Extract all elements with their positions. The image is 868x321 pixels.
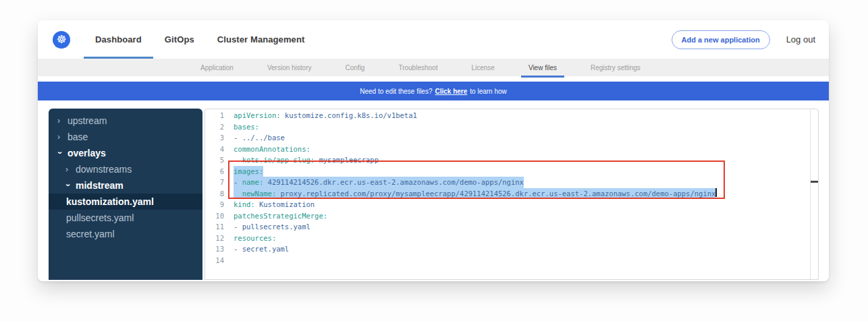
line-text: - pullsecrets.yaml [234, 221, 310, 233]
yaml-value: - [234, 178, 242, 186]
code-line: 12resources: [205, 233, 818, 244]
selected-text: images: [234, 166, 263, 177]
tab-registry-settings[interactable]: Registry settings [574, 59, 657, 76]
yaml-value: proxy.replicated.com/proxy/mysampleecrap… [276, 189, 715, 198]
banner-text-after: to learn how [470, 88, 506, 95]
line-number: 12 [205, 233, 224, 244]
line-number: 10 [205, 210, 224, 222]
yaml-value [234, 156, 242, 164]
tab-license[interactable]: License [454, 59, 511, 76]
folder-midstream[interactable]: ›midstream [49, 177, 202, 194]
line-number: 1 [205, 110, 224, 121]
yaml-key: bases: [234, 123, 259, 131]
banner-text-before: Need to edit these files? [360, 88, 432, 95]
line-number: 3 [205, 132, 224, 144]
line-number: 8 [205, 188, 224, 200]
chevron-down-icon: › [64, 183, 72, 188]
code-line: 1apiVersion: kustomize.config.k8s.io/v1b… [205, 110, 818, 121]
yaml-value: kustomize.config.k8s.io/v1beta1 [281, 111, 417, 119]
scrollbar-thumb[interactable] [811, 181, 818, 183]
line-text: kind: Kustomization [234, 199, 315, 210]
yaml-key: name: [242, 178, 264, 186]
main-nav: Dashboard GitOps Cluster Management [84, 20, 316, 59]
selected-text: - name: 429114214526.dkr.ecr.us-east-2.a… [234, 177, 524, 188]
subnav-gap [38, 76, 829, 82]
tree-item-label: upstream [67, 115, 107, 126]
code-line: 11- pullsecrets.yaml [205, 221, 818, 233]
nav-tab-cluster-management[interactable]: Cluster Management [206, 20, 317, 59]
navbar-actions: Add a new application Log out [672, 30, 816, 49]
nav-tab-gitops[interactable]: GitOps [153, 20, 206, 59]
nav-tab-dashboard[interactable]: Dashboard [84, 20, 153, 59]
chevron-right-icon: › [57, 117, 62, 125]
tree-item-label: midstream [76, 180, 124, 191]
line-number: 4 [205, 144, 224, 155]
code-line: 6images: [205, 166, 818, 177]
admin-console-window: ☸ Dashboard GitOps Cluster Management Ad… [38, 20, 829, 281]
top-navbar: ☸ Dashboard GitOps Cluster Management Ad… [38, 20, 829, 59]
line-text: apiVersion: kustomize.config.k8s.io/v1be… [234, 110, 417, 121]
line-text: patchesStrategicMerge: [234, 210, 327, 222]
tab-version-history[interactable]: Version history [250, 59, 329, 76]
file-secret-yaml[interactable]: secret.yaml [49, 226, 202, 242]
tree-item-label: downstreams [76, 164, 132, 175]
yaml-value: 429114214526.dkr.ecr.us-east-2.amazonaws… [263, 178, 524, 186]
add-application-button[interactable]: Add a new application [672, 30, 770, 49]
editor-scrollbar[interactable] [810, 109, 818, 279]
line-number: 14 [205, 255, 224, 266]
code-line: 2bases: [205, 121, 818, 133]
file-pullsecrets-yaml[interactable]: pullsecrets.yaml [49, 210, 202, 226]
yaml-value: - pullsecrets.yaml [234, 223, 310, 231]
tab-application[interactable]: Application [184, 59, 250, 76]
code-line: 8 newName: proxy.replicated.com/proxy/my… [205, 188, 818, 200]
code-line: 5 kots.io/app-slug: mysampleecrapp [205, 154, 818, 166]
yaml-value: Kustomization [255, 200, 315, 208]
yaml-value [234, 189, 242, 198]
folder-upstream[interactable]: ›upstream [49, 113, 202, 129]
logout-link[interactable]: Log out [786, 34, 815, 45]
click-here-link[interactable]: Click here [435, 88, 468, 95]
chevron-right-icon: › [65, 165, 70, 173]
tree-item-label: base [67, 132, 88, 142]
yaml-key: kots.io/app-slug: [242, 156, 315, 164]
app-subnav: Application Version history Config Troub… [38, 59, 829, 76]
view-files-content: ›upstream›base›overlays›downstreams›mids… [38, 100, 829, 281]
chevron-down-icon: › [56, 151, 64, 156]
yaml-editor[interactable]: 1apiVersion: kustomize.config.k8s.io/v1b… [205, 109, 819, 280]
line-number: 7 [205, 177, 224, 188]
code-area[interactable]: 1apiVersion: kustomize.config.k8s.io/v1b… [205, 109, 818, 266]
tree-item-label: kustomization.yaml [66, 196, 154, 207]
chevron-right-icon: › [57, 133, 62, 141]
file-tree-sidebar: ›upstream›base›overlays›downstreams›mids… [49, 109, 202, 280]
edit-files-banner: Need to edit these files? Click here to … [38, 82, 829, 100]
yaml-key: resources: [234, 234, 276, 242]
tab-view-files[interactable]: View files [512, 59, 574, 76]
yaml-value: mysampleecrapp [315, 156, 379, 164]
tab-troubleshoot[interactable]: Troubleshoot [381, 59, 454, 76]
file-kustomization-yaml[interactable]: kustomization.yaml [49, 194, 202, 210]
line-number: 6 [205, 166, 224, 177]
yaml-value: - secret.yaml [234, 245, 289, 253]
folder-downstreams[interactable]: ›downstreams [49, 161, 202, 177]
yaml-key: kind: [234, 200, 255, 208]
text-cursor [715, 188, 717, 197]
yaml-value: - ../../base [234, 134, 285, 142]
code-line: 9kind: Kustomization [205, 199, 818, 210]
tree-item-label: pullsecrets.yaml [66, 212, 134, 223]
code-line: 7- name: 429114214526.dkr.ecr.us-east-2.… [205, 177, 818, 188]
line-text: - secret.yaml [234, 243, 289, 255]
yaml-key: newName: [242, 189, 277, 198]
line-number: 5 [205, 154, 224, 166]
tree-item-label: overlays [67, 148, 106, 158]
line-text: kots.io/app-slug: mysampleecrapp [234, 154, 379, 166]
yaml-key: patchesStrategicMerge: [234, 212, 327, 220]
folder-base[interactable]: ›base [49, 129, 202, 145]
tab-config[interactable]: Config [329, 59, 382, 76]
code-line: 4commonAnnotations: [205, 144, 818, 155]
code-line: 13- secret.yaml [205, 243, 818, 255]
line-number: 2 [205, 121, 224, 133]
helm-wheel-glyph: ☸ [56, 34, 66, 45]
code-line: 3- ../../base [205, 132, 818, 144]
folder-overlays[interactable]: ›overlays [49, 145, 202, 161]
kubernetes-logo-icon: ☸ [53, 31, 70, 49]
